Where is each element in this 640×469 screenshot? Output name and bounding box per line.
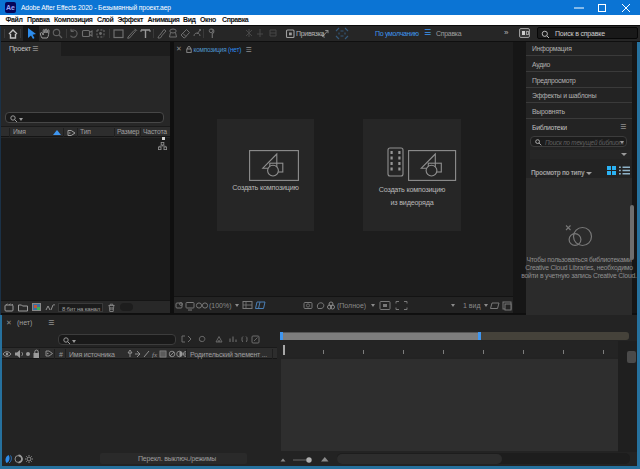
svg-text:#: #: [59, 351, 63, 358]
svg-text:fx: fx: [152, 351, 158, 359]
